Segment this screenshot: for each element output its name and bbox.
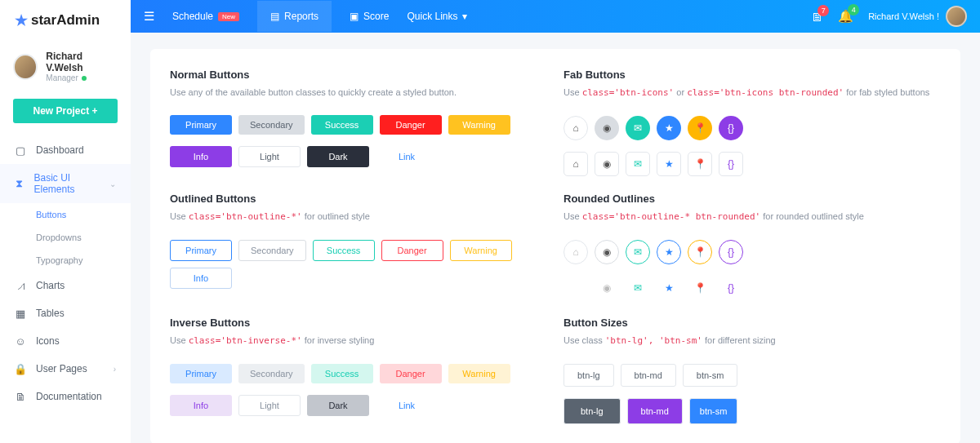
rfab-mail[interactable]: ✉	[626, 240, 650, 264]
bookmark-icon: ▣	[350, 11, 359, 22]
danger-button[interactable]: Danger	[380, 115, 442, 135]
chevron-down-icon: ▾	[462, 11, 467, 22]
outline-info[interactable]: Info	[170, 268, 232, 289]
mail-icon: ✉	[634, 122, 642, 134]
inv-danger[interactable]: Danger	[380, 364, 442, 383]
section-outlined-buttons: Outlined Buttons Use class='btn-outline-…	[170, 193, 547, 300]
dashboard-icon: ▢	[15, 144, 26, 156]
nav-sub-dropdowns[interactable]: Dropdowns	[0, 226, 131, 249]
size-sm[interactable]: btn-sm	[683, 364, 738, 387]
star-icon: ★	[665, 158, 674, 170]
rfab-g-code[interactable]: {}	[719, 276, 743, 300]
info-button[interactable]: Info	[170, 146, 232, 167]
fab-star[interactable]: ★	[657, 116, 681, 140]
link-button[interactable]: Link	[376, 146, 438, 167]
secondary-button[interactable]: Secondary	[238, 115, 305, 135]
nav-icons[interactable]: ☺ Icons	[0, 327, 131, 355]
section-button-sizes: Button Sizes Use class 'btn-lg', 'btn-sm…	[564, 317, 941, 424]
mail-icon: ✉	[634, 282, 642, 294]
avatar	[13, 54, 38, 80]
top-score[interactable]: ▣ Score	[350, 11, 389, 22]
rfab-pin[interactable]: 📍	[688, 240, 712, 264]
topbar-user[interactable]: Richard V.Welsh !	[868, 6, 967, 27]
chart-icon: ⩘	[15, 280, 26, 291]
globe-icon: ◉	[603, 282, 611, 294]
new-project-button[interactable]: New Project +	[13, 99, 118, 123]
outline-primary[interactable]: Primary	[170, 240, 232, 261]
home-icon: ⌂	[572, 158, 578, 170]
hourglass-icon: ⧗	[15, 178, 24, 189]
size-md[interactable]: btn-md	[621, 364, 676, 387]
section-title: Fab Buttons	[564, 69, 941, 81]
inv-info[interactable]: Info	[170, 395, 232, 416]
nav-docs[interactable]: 🗎 Documentation	[0, 383, 131, 410]
inv-secondary[interactable]: Secondary	[238, 364, 305, 383]
file-notif[interactable]: 🗎7	[811, 10, 823, 24]
size-md-purple[interactable]: btn-md	[627, 398, 683, 424]
inv-dark[interactable]: Dark	[307, 395, 369, 416]
rfab-g-star[interactable]: ★	[657, 276, 681, 300]
fab-sq-globe[interactable]: ◉	[595, 152, 619, 176]
new-badge: New	[218, 12, 239, 21]
rfab-code[interactable]: {}	[719, 240, 743, 264]
pin-icon: 📍	[694, 282, 706, 294]
nav-sub-typography[interactable]: Typography	[0, 249, 131, 272]
inv-link[interactable]: Link	[376, 395, 438, 416]
fab-globe[interactable]: ◉	[595, 116, 619, 140]
outline-secondary[interactable]: Secondary	[238, 240, 306, 261]
nav-basic-ui[interactable]: ⧗ Basic UI Elements ⌄	[0, 164, 131, 203]
globe-icon: ◉	[603, 122, 611, 134]
top-reports[interactable]: ▤ Reports	[257, 1, 332, 32]
warning-button[interactable]: Warning	[448, 115, 510, 135]
menu-icon[interactable]: ☰	[144, 9, 154, 24]
smiley-icon: ☺	[15, 335, 26, 347]
section-normal-buttons: Normal Buttons Use any of the available …	[170, 69, 547, 176]
fab-sq-pin[interactable]: 📍	[688, 152, 712, 176]
nav-charts[interactable]: ⩘ Charts	[0, 272, 131, 299]
fab-sq-mail[interactable]: ✉	[626, 152, 650, 176]
chevron-down-icon: ⌄	[109, 179, 116, 188]
fab-sq-code[interactable]: {}	[719, 152, 743, 176]
primary-button[interactable]: Primary	[170, 115, 232, 135]
rfab-globe[interactable]: ◉	[595, 240, 619, 264]
size-sm-blue[interactable]: btn-sm	[689, 398, 738, 424]
top-schedule[interactable]: Schedule New	[172, 11, 239, 22]
section-title: Inverse Buttons	[170, 317, 547, 329]
inv-success[interactable]: Success	[311, 364, 373, 383]
dark-button[interactable]: Dark	[307, 146, 369, 167]
brand-logo[interactable]: ★ starAdmin	[0, 0, 131, 41]
size-lg-dark[interactable]: btn-lg	[564, 398, 621, 424]
fab-sq-star[interactable]: ★	[657, 152, 681, 176]
rfab-home[interactable]: ⌂	[564, 240, 588, 264]
nav-user-pages[interactable]: 🔒 User Pages ›	[0, 355, 131, 383]
nav-dashboard[interactable]: ▢ Dashboard	[0, 136, 131, 164]
rfab-g-globe[interactable]: ◉	[595, 276, 619, 300]
rfab-g-mail[interactable]: ✉	[626, 276, 650, 300]
top-quick-links[interactable]: Quick Links ▾	[407, 11, 467, 22]
inv-warning[interactable]: Warning	[448, 364, 510, 383]
fab-mail[interactable]: ✉	[626, 116, 650, 140]
document-icon: 🗎	[15, 391, 26, 402]
section-title: Outlined Buttons	[170, 193, 547, 205]
globe-icon: ◉	[603, 246, 611, 258]
inv-light[interactable]: Light	[238, 395, 301, 416]
nav-sub-buttons[interactable]: Buttons	[0, 203, 131, 226]
fab-home[interactable]: ⌂	[564, 116, 588, 140]
nav-tables[interactable]: ▦ Tables	[0, 299, 131, 327]
outline-danger[interactable]: Danger	[381, 240, 443, 261]
outline-success[interactable]: Success	[313, 240, 375, 261]
bell-notif[interactable]: 🔔4	[838, 9, 853, 24]
star-icon: ★	[665, 282, 674, 294]
success-button[interactable]: Success	[311, 115, 373, 135]
light-button[interactable]: Light	[238, 146, 301, 167]
inv-primary[interactable]: Primary	[170, 364, 232, 383]
rfab-g-pin[interactable]: 📍	[688, 276, 712, 300]
user-block[interactable]: Richard V.Welsh Manager	[0, 41, 131, 92]
rfab-star[interactable]: ★	[657, 240, 681, 264]
fab-pin[interactable]: 📍	[688, 116, 712, 140]
size-lg[interactable]: btn-lg	[564, 364, 614, 387]
fab-code[interactable]: {}	[719, 116, 743, 140]
outline-warning[interactable]: Warning	[450, 240, 512, 261]
star-icon: ★	[15, 11, 28, 29]
fab-sq-home[interactable]: ⌂	[564, 152, 588, 176]
